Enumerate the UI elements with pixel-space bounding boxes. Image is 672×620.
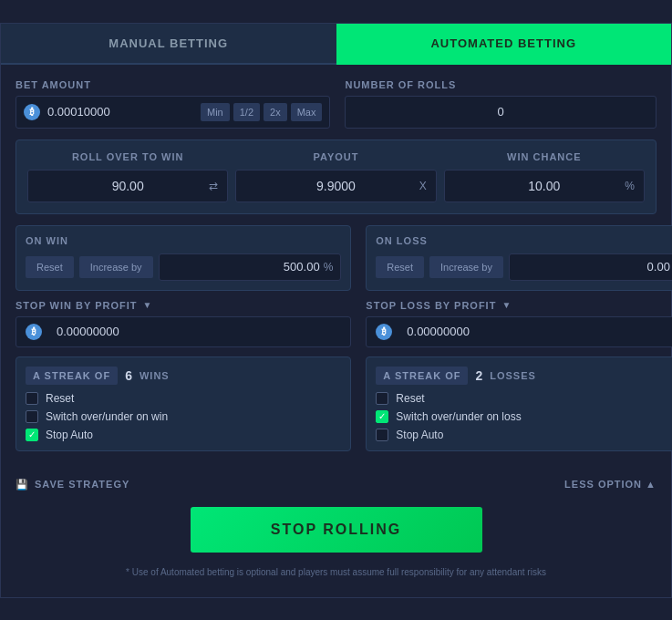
stop-loss-section: STOP LOSS BY PROFIT ▼ ₿ 0.00000000 <box>366 300 672 347</box>
rolls-section: NUMBER OF ROLLS 0 <box>345 79 656 129</box>
half-button[interactable]: 1/2 <box>233 103 260 121</box>
game-section: ROLL OVER TO WIN 90.00 ⇄ PAYOUT 9.9000 X… <box>16 140 656 214</box>
win-chance-label: WIN CHANCE <box>444 151 645 162</box>
streak-wins-section: A STREAK OF 6 WINS Reset Switch over/und… <box>16 356 351 451</box>
disclaimer-text: * Use of Automated betting is optional a… <box>16 562 656 583</box>
streak-wins-type: WINS <box>140 370 170 381</box>
streak-losses-number: 2 <box>475 368 482 383</box>
stop-win-section: STOP WIN BY PROFIT ▼ ₿ 0.00000000 <box>16 300 351 347</box>
stop-win-label-row: STOP WIN BY PROFIT ▼ <box>16 300 351 311</box>
on-loss-col: ON LOSS Reset Increase by % STOP LOSS BY… <box>366 225 672 460</box>
win-chance-col: WIN CHANCE 10.00 % <box>444 151 645 202</box>
save-strategy-label: SAVE STRATEGY <box>35 479 129 490</box>
on-loss-controls: Reset Increase by % <box>376 253 672 281</box>
stop-win-label: STOP WIN BY PROFIT <box>16 300 138 311</box>
on-loss-label: ON LOSS <box>376 235 672 246</box>
streak-losses-checkbox-0[interactable] <box>376 392 388 405</box>
payout-box[interactable]: 9.9000 X <box>235 170 436 202</box>
stop-win-coin-icon: ₿ <box>26 324 42 340</box>
streak-losses-opt-label-0: Reset <box>396 392 424 405</box>
streak-wins-checkbox-2[interactable] <box>26 429 38 441</box>
on-loss-reset-button[interactable]: Reset <box>376 256 424 278</box>
main-container: MANUAL BETTING AUTOMATED BETTING BET AMO… <box>0 23 672 598</box>
payout-value: 9.9000 <box>316 179 356 193</box>
on-loss-increase-button[interactable]: Increase by <box>429 256 503 278</box>
bet-amount-box: ₿ Min 1/2 2x Max <box>16 96 330 129</box>
streak-wins-options: Reset Switch over/under on win Stop Auto <box>26 392 341 441</box>
rolls-label: NUMBER OF ROLLS <box>345 79 656 90</box>
min-button[interactable]: Min <box>201 103 230 121</box>
stop-win-input-box[interactable]: ₿ 0.00000000 <box>16 316 351 347</box>
tab-manual[interactable]: MANUAL BETTING <box>1 24 336 65</box>
on-loss-input-wrap: % <box>509 253 672 281</box>
stop-loss-label-row: STOP LOSS BY PROFIT ▼ <box>366 300 672 311</box>
stop-rolling-button[interactable]: STOP ROLLING <box>191 507 482 553</box>
on-win-col: ON WIN Reset Increase by % STOP WIN BY P… <box>16 225 351 460</box>
stop-loss-label: STOP LOSS BY PROFIT <box>366 300 496 311</box>
roll-over-col: ROLL OVER TO WIN 90.00 ⇄ <box>27 151 228 202</box>
streak-losses-header: A STREAK OF 2 LOSSES <box>376 367 672 385</box>
on-loss-input[interactable] <box>517 260 670 274</box>
save-strategy-button[interactable]: 💾 SAVE STRATEGY <box>16 479 129 491</box>
stop-loss-chevron[interactable]: ▼ <box>501 300 511 310</box>
streak-losses-opt-label-1: Switch over/under on loss <box>396 410 521 423</box>
win-chance-suffix: % <box>625 180 635 192</box>
streak-losses-opt-2: Stop Auto <box>376 429 672 441</box>
on-win-controls: Reset Increase by % <box>26 253 341 281</box>
stop-loss-coin-icon: ₿ <box>376 324 392 340</box>
bet-amount-label: BET AMOUNT <box>16 79 330 90</box>
content-area: BET AMOUNT ₿ Min 1/2 2x Max NUMBER OF RO… <box>1 65 671 597</box>
save-icon: 💾 <box>16 479 29 491</box>
bet-amount-input[interactable] <box>47 105 201 119</box>
streak-wins-opt-1: Switch over/under on win <box>26 410 341 423</box>
tabs-bar: MANUAL BETTING AUTOMATED BETTING <box>1 24 671 65</box>
streak-losses-type: LOSSES <box>490 370 536 381</box>
on-win-section: ON WIN Reset Increase by % <box>16 225 351 291</box>
on-win-input-wrap: % <box>159 253 342 281</box>
streak-losses-dropdown[interactable]: A STREAK OF <box>376 367 468 385</box>
roll-over-value: 90.00 <box>112 179 144 193</box>
win-loss-row: ON WIN Reset Increase by % STOP WIN BY P… <box>16 225 656 460</box>
streak-losses-checkbox-1[interactable] <box>376 410 388 423</box>
streak-wins-opt-0: Reset <box>26 392 341 405</box>
streak-wins-checkbox-1[interactable] <box>26 410 38 423</box>
on-win-increase-button[interactable]: Increase by <box>79 256 153 278</box>
payout-label: PAYOUT <box>235 151 436 162</box>
on-win-reset-button[interactable]: Reset <box>26 256 74 278</box>
stop-win-value: 0.00000000 <box>57 325 119 338</box>
streak-losses-options: Reset Switch over/under on loss Stop Aut… <box>376 392 672 441</box>
less-option-button[interactable]: LESS OPTION ▲ <box>564 479 656 490</box>
streak-wins-opt-2: Stop Auto <box>26 429 341 441</box>
streak-wins-opt-label-1: Switch over/under on win <box>46 410 168 423</box>
double-button[interactable]: 2x <box>264 103 287 121</box>
top-row: BET AMOUNT ₿ Min 1/2 2x Max NUMBER OF RO… <box>16 79 656 129</box>
on-win-input[interactable] <box>167 260 320 274</box>
payout-suffix: X <box>419 180 427 192</box>
on-loss-section: ON LOSS Reset Increase by % <box>366 225 672 291</box>
rolls-input[interactable]: 0 <box>345 96 656 129</box>
bottom-bar: 💾 SAVE STRATEGY LESS OPTION ▲ <box>16 471 656 498</box>
swap-icon[interactable]: ⇄ <box>209 180 218 192</box>
roll-over-label: ROLL OVER TO WIN <box>27 151 228 162</box>
win-chance-box[interactable]: 10.00 % <box>444 170 645 202</box>
on-win-label: ON WIN <box>26 235 341 246</box>
bet-controls: Min 1/2 2x Max <box>201 103 322 121</box>
stop-win-chevron[interactable]: ▼ <box>143 300 152 310</box>
streak-wins-checkbox-0[interactable] <box>26 392 38 405</box>
streak-wins-dropdown[interactable]: A STREAK OF <box>26 367 118 385</box>
stop-loss-value: 0.00000000 <box>407 325 470 338</box>
stop-loss-input-box[interactable]: ₿ 0.00000000 <box>366 316 672 347</box>
streak-losses-section: A STREAK OF 2 LOSSES Reset Switch over/u… <box>366 356 672 451</box>
streak-wins-opt-label-0: Reset <box>46 392 74 405</box>
tab-auto[interactable]: AUTOMATED BETTING <box>336 24 672 65</box>
streak-losses-opt-label-2: Stop Auto <box>396 429 443 441</box>
streak-losses-opt-0: Reset <box>376 392 672 405</box>
streak-losses-opt-1: Switch over/under on loss <box>376 410 672 423</box>
max-button[interactable]: Max <box>291 103 323 121</box>
win-chance-value: 10.00 <box>528 179 560 193</box>
streak-losses-checkbox-2[interactable] <box>376 429 388 441</box>
payout-col: PAYOUT 9.9000 X <box>235 151 436 202</box>
roll-over-box[interactable]: 90.00 ⇄ <box>27 170 228 202</box>
bet-amount-section: BET AMOUNT ₿ Min 1/2 2x Max <box>16 79 330 129</box>
on-win-suffix: % <box>324 261 334 274</box>
